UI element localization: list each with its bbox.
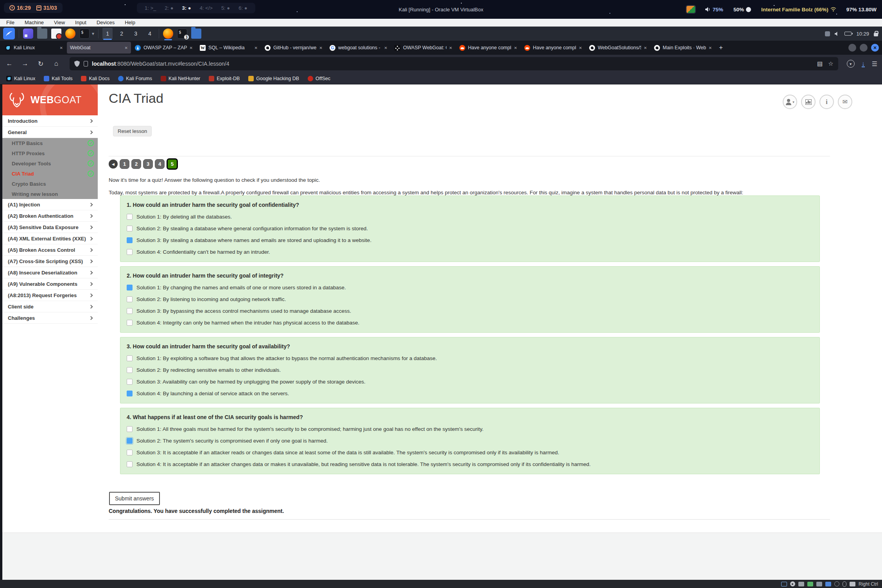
sidebar-item-a7-xss[interactable]: (A7) Cross-Site Scripting (XSS) [2, 256, 98, 267]
tab-main-exploits[interactable]: Main Exploits · WebG✕ [651, 42, 715, 54]
text-editor-icon[interactable] [51, 29, 61, 39]
file-manager-icon[interactable] [37, 29, 47, 39]
sidebar-item-introduction[interactable]: Introduction [2, 115, 98, 127]
page-button-1[interactable]: 1 [120, 159, 129, 169]
sidebar-item-challenges[interactable]: Challenges [2, 312, 98, 324]
workspace-button-2[interactable]: 2 [117, 28, 127, 39]
sidebar-item-client-side[interactable]: Client side [2, 301, 98, 312]
menu-machine[interactable]: Machine [25, 20, 44, 25]
sidebar-item-developer-tools[interactable]: Developer Tools✓ [2, 158, 98, 169]
bookmark-exploit-db[interactable]: Exploit-DB [209, 76, 240, 81]
close-icon[interactable]: ✕ [255, 46, 258, 50]
answer-option[interactable]: Solution 4: Confidentiality can't be har… [127, 249, 813, 255]
host-workspace-4[interactable]: 4: </> [200, 5, 213, 11]
host-clock-widget[interactable]: 16:29 31/03 [4, 3, 63, 13]
answer-option[interactable]: Solution 2: The system's security is com… [127, 438, 813, 444]
checkbox[interactable] [127, 367, 133, 373]
sidebar-item-a82013-request-forgeries[interactable]: (A8:2013) Request Forgeries [2, 290, 98, 301]
host-workspace-switcher[interactable]: 1: >_ 2: ● 3: ● 4: </> 5: ● 6: ● [137, 3, 255, 13]
tab-reddit-2[interactable]: Have anyone comple✕ [521, 42, 585, 54]
kali-menu-button[interactable] [3, 28, 15, 39]
host-workspace-6[interactable]: 6: ● [238, 5, 247, 11]
tab-owasp-zap[interactable]: OWASP ZAP – ZAP i✕ [132, 42, 196, 54]
close-icon[interactable]: ✕ [644, 46, 647, 50]
lock-icon[interactable] [874, 33, 878, 36]
tab-webgoatsolutions[interactable]: WebGoatSolutions/S✕ [586, 42, 650, 54]
sidebar-item-cia-triad[interactable]: CIA Triad✓ [2, 169, 98, 179]
url-bar[interactable]: localhost:8080/WebGoat/start.mvc#lesson/… [70, 57, 838, 70]
files-window-button[interactable] [191, 29, 201, 39]
close-icon[interactable]: ✕ [190, 46, 193, 50]
tab-webgoat-solutions-search[interactable]: webgoat solutions -✕ [326, 42, 391, 54]
tab-owasp-webgoat[interactable]: OWASP WebGoat: G✕ [391, 42, 455, 54]
sidebar-item-crypto-basics[interactable]: Crypto Basics✓ [2, 179, 98, 189]
back-button[interactable]: ← [5, 60, 14, 68]
menu-hamburger-icon[interactable]: ☰ [872, 60, 877, 68]
host-workspace-2[interactable]: 2: ● [165, 5, 173, 11]
user-menu-button[interactable]: ▾ [783, 95, 797, 109]
bookmark-kali-tools[interactable]: Kali Tools [44, 76, 72, 81]
answer-option[interactable]: Solution 2: By listening to incoming and… [127, 296, 813, 302]
menu-view[interactable]: View [54, 20, 65, 25]
tab-github-vernjan[interactable]: GitHub - vernjan/we✕ [262, 42, 326, 54]
checkbox[interactable] [127, 320, 133, 326]
page-button-3[interactable]: 3 [143, 159, 153, 169]
page-info-icon[interactable] [84, 61, 88, 66]
pocket-icon[interactable]: ▾ [847, 60, 855, 68]
close-icon[interactable]: ✕ [709, 46, 712, 50]
menu-help[interactable]: Help [125, 20, 135, 25]
tab-sql-wikipedia[interactable]: SQL – Wikipedia✕ [197, 42, 261, 54]
checkbox[interactable] [127, 226, 133, 231]
firefox-launcher-icon[interactable] [65, 29, 75, 39]
sidebar-item-a3-sensitive-data[interactable]: (A3) Sensitive Data Exposure [2, 222, 98, 233]
keyboard-status-icon[interactable] [850, 582, 855, 586]
virtualbox-tray-icon[interactable] [687, 6, 695, 13]
tab-kali-linux[interactable]: Kali Linux✕ [2, 42, 66, 54]
reset-lesson-button[interactable]: Reset lesson [113, 126, 152, 136]
guest-clock[interactable]: 10:29 [856, 31, 869, 37]
host-volume[interactable]: 75% [705, 7, 723, 13]
usb-status-icon[interactable] [816, 582, 822, 586]
pagination-prev-button[interactable]: ◀ [109, 160, 118, 169]
mouse-integration-status-icon[interactable] [843, 581, 846, 587]
close-icon[interactable]: ✕ [514, 46, 517, 50]
checkbox[interactable] [127, 355, 133, 361]
workspace-pager-icon[interactable] [23, 29, 33, 39]
close-icon[interactable]: ✕ [125, 46, 128, 50]
network-status-icon[interactable] [807, 582, 813, 586]
answer-option[interactable]: Solution 2: By redirecting sensitive ema… [127, 367, 813, 373]
answer-option[interactable]: Solution 4: Integrity can only be harmed… [127, 320, 813, 326]
checkbox[interactable] [127, 438, 133, 444]
tab-reddit-1[interactable]: Have anyone comple✕ [456, 42, 520, 54]
answer-option[interactable]: Solution 3: Availability can only be har… [127, 379, 813, 385]
answer-option[interactable]: Solution 4: It is acceptable if an attac… [127, 461, 813, 467]
sidebar-item-a4-xxe[interactable]: (A4) XML External Entities (XXE) [2, 233, 98, 244]
answer-option[interactable]: Solution 2: By stealing a database where… [127, 226, 813, 231]
answer-option[interactable]: Solution 3: By bypassing the access cont… [127, 308, 813, 314]
close-icon[interactable]: ✕ [449, 46, 452, 50]
bookmark-kali-docs[interactable]: Kali Docs [81, 76, 109, 81]
reader-mode-icon[interactable]: ▤ [817, 60, 823, 67]
checkbox[interactable] [127, 249, 133, 255]
menu-devices[interactable]: Devices [97, 20, 115, 25]
answer-option[interactable]: Solution 1: All three goals must be harm… [127, 426, 813, 432]
bookmark-kali-nethunter[interactable]: Kali NetHunter [161, 76, 200, 81]
sidebar-item-writing-new-lesson[interactable]: Writing new lesson✓ [2, 189, 98, 199]
shared-folders-status-icon[interactable] [825, 582, 831, 586]
terminal-launcher-icon[interactable]: $ [79, 29, 90, 39]
contact-button[interactable]: ✉ [838, 95, 852, 109]
checkbox[interactable] [127, 237, 133, 243]
page-button-2[interactable]: 2 [131, 159, 141, 169]
answer-option[interactable]: Solution 1: By exploiting a software bug… [127, 355, 813, 361]
sidebar-item-general[interactable]: General [2, 127, 98, 138]
recording-status-icon[interactable] [834, 581, 839, 586]
tray-display-icon[interactable] [825, 31, 830, 36]
bookmark-kali-forums[interactable]: Kali Forums [118, 76, 152, 81]
answer-option[interactable]: Solution 1: By deleting all the database… [127, 214, 813, 220]
answer-option[interactable]: Solution 3: By stealing a database where… [127, 237, 813, 243]
maximize-button[interactable] [860, 44, 868, 52]
checkbox[interactable] [127, 461, 133, 467]
chevron-down-icon[interactable]: ▾ [92, 31, 94, 36]
sidebar-item-a8-insecure-deserialization[interactable]: (A8) Insecure Deserialization [2, 267, 98, 278]
sidebar-item-a1-injection[interactable]: (A1) Injection [2, 199, 98, 210]
